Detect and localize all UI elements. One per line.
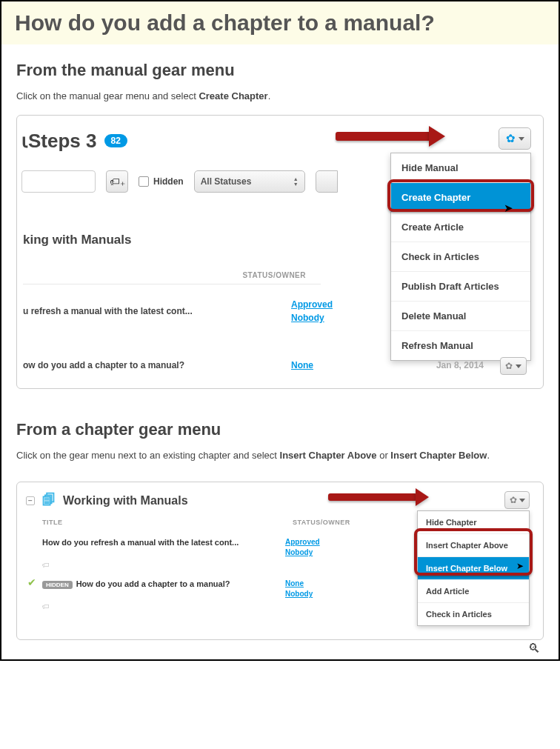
section1-heading: From the manual gear menu xyxy=(16,61,544,80)
chapter-gear-button[interactable]: ✿ xyxy=(504,491,530,509)
row-date: Jan 8, 2014 xyxy=(436,360,484,370)
count-badge: 82 xyxy=(104,134,127,147)
hidden-badge: HIDDEN xyxy=(42,581,73,589)
text: . xyxy=(268,90,271,101)
row-title: u refresh a manual with the latest cont.… xyxy=(23,306,291,316)
shot1-title-text: Steps 3 xyxy=(28,130,97,152)
menu-check-in-articles[interactable]: Check in Articles xyxy=(391,242,530,271)
column-headers: STATUS/OWNER xyxy=(23,271,321,284)
hidden-checkbox[interactable]: Hidden xyxy=(139,176,184,187)
owner-link[interactable]: Nobody xyxy=(285,590,344,598)
text: . xyxy=(487,450,490,461)
gear-icon: ✿ xyxy=(506,132,516,145)
row-gear-button[interactable]: ✿ xyxy=(500,357,527,375)
chapter-row[interactable]: − 🗐 Working with Manuals xyxy=(26,493,534,508)
checkbox-icon xyxy=(139,176,149,187)
status-link[interactable]: None xyxy=(285,579,344,587)
table-row[interactable]: u refresh a manual with the latest cont.… xyxy=(23,299,358,323)
section-manual-gear: From the manual gear menu Click on the m… xyxy=(1,44,559,404)
hidden-label: Hidden xyxy=(153,176,184,187)
text-bold: Create Chapter xyxy=(199,90,267,101)
item-title-text: How do you add a chapter to a manual? xyxy=(76,579,230,588)
manual-gear-button[interactable]: ✿ xyxy=(499,127,531,150)
caret-down-icon xyxy=(516,364,521,368)
menu-refresh-manual[interactable]: Refresh Manual xyxy=(391,330,530,360)
item-title: How do you refresh a manual with the lat… xyxy=(26,538,278,547)
text: Click on the manual gear menu and select xyxy=(16,90,199,101)
status-select-label: All Statuses xyxy=(201,176,252,187)
col-status-owner: STATUS/OWNER xyxy=(242,271,306,279)
collapse-icon[interactable]: − xyxy=(26,496,35,505)
menu-hide-chapter[interactable]: Hide Chapter xyxy=(418,511,529,533)
status-link[interactable]: None xyxy=(291,360,358,370)
tag-add-button[interactable]: 🏷︎₊ xyxy=(106,170,128,193)
menu-delete-manual[interactable]: Delete Manual xyxy=(391,301,530,330)
col-title: TITLE xyxy=(26,519,278,526)
menu-add-article[interactable]: Add Article xyxy=(418,579,529,602)
status-select[interactable]: All Statuses ▲▼ xyxy=(194,170,305,193)
title-banner: How do you add a chapter to a manual? xyxy=(1,1,559,44)
chapter-title: Working with Manuals xyxy=(63,494,188,507)
row-title: ow do you add a chapter to a manual? xyxy=(23,360,291,370)
item-title: HIDDENHow do you add a chapter to a manu… xyxy=(26,579,278,589)
partial-button[interactable] xyxy=(316,170,338,193)
menu-check-in-articles[interactable]: Check in Articles xyxy=(418,602,529,625)
search-input[interactable] xyxy=(21,170,96,193)
annotation-arrow xyxy=(328,493,417,501)
menu-insert-chapter-below[interactable]: Insert Chapter Below xyxy=(418,556,529,579)
screenshot-2: − 🗐 Working with Manuals ✿ TITLE STATUS/… xyxy=(16,482,544,640)
owner-link[interactable]: Nobody xyxy=(291,313,358,323)
col-status-owner: STATUS/OWNER xyxy=(293,519,350,526)
menu-insert-chapter-above[interactable]: Insert Chapter Above xyxy=(418,533,529,556)
chapter-gear-menu: Hide Chapter Insert Chapter Above Insert… xyxy=(417,510,530,626)
owner-link[interactable]: Nobody xyxy=(285,548,344,556)
section2-intro: Click on the gear menu next to an existi… xyxy=(16,450,544,461)
text: or xyxy=(377,450,391,461)
text-bold: Insert Chapter Above xyxy=(280,450,377,461)
shot1-title-partial: ɩSteps 3 xyxy=(21,130,97,153)
gear-icon: ✿ xyxy=(505,361,513,371)
caret-down-icon xyxy=(519,499,525,502)
section-chapter-gear: From a chapter gear menu Click on the ge… xyxy=(1,404,559,482)
page-title: How do you add a chapter to a manual? xyxy=(15,10,545,36)
manual-gear-menu: Hide Manual Create Chapter Create Articl… xyxy=(390,153,531,361)
menu-create-article[interactable]: Create Article xyxy=(391,212,530,242)
section2-heading: From a chapter gear menu xyxy=(16,420,544,439)
menu-publish-draft[interactable]: Publish Draft Articles xyxy=(391,271,530,301)
check-icon: ✔ xyxy=(27,576,36,588)
document-icon: 🗐 xyxy=(42,493,56,508)
table-row[interactable]: ow do you add a chapter to a manual? Non… xyxy=(23,360,358,370)
menu-hide-manual[interactable]: Hide Manual xyxy=(391,153,530,182)
annotation-arrow xyxy=(336,132,432,141)
section1-intro: Click on the manual gear menu and select… xyxy=(16,90,544,101)
status-link[interactable]: Approved xyxy=(291,299,358,310)
zoom-icon[interactable]: 🔍︎ xyxy=(528,642,541,656)
text: Click on the gear menu next to an existi… xyxy=(16,450,280,461)
menu-create-chapter[interactable]: Create Chapter xyxy=(391,182,530,212)
stepper-icon: ▲▼ xyxy=(293,176,299,187)
status-link[interactable]: Approved xyxy=(285,538,344,546)
chapter-heading-partial: king with Manuals xyxy=(23,233,131,247)
text-bold: Insert Chapter Below xyxy=(390,450,487,461)
gear-icon: ✿ xyxy=(510,495,517,505)
caret-down-icon xyxy=(519,137,524,141)
screenshot-1: ɩSteps 3 82 ✿ 🏷︎₊ Hidden All Statuses xyxy=(16,115,544,389)
